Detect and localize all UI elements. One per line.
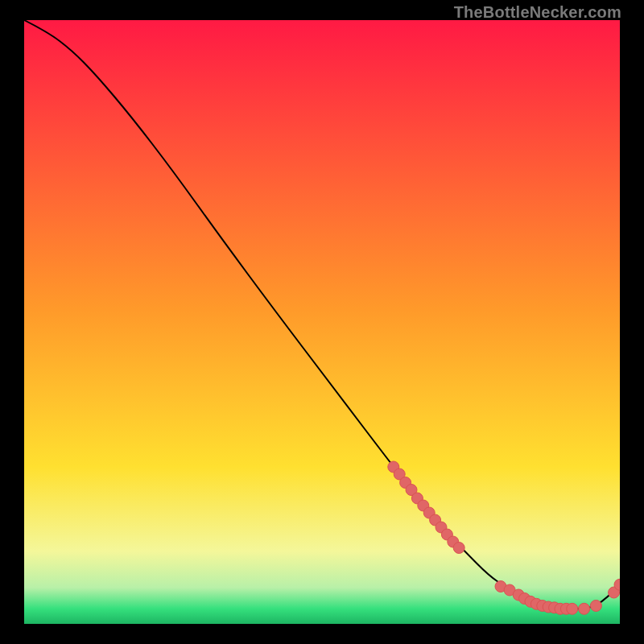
plot-svg (24, 20, 620, 624)
gradient-background (24, 20, 620, 624)
data-marker (453, 543, 464, 554)
watermark-label: TheBottleNecker.com (454, 3, 621, 22)
chart-stage: TheBottleNecker.com (0, 0, 644, 644)
bottleneck-plot (24, 20, 620, 624)
data-marker (567, 603, 578, 614)
data-marker (579, 603, 590, 614)
data-marker (590, 601, 601, 612)
